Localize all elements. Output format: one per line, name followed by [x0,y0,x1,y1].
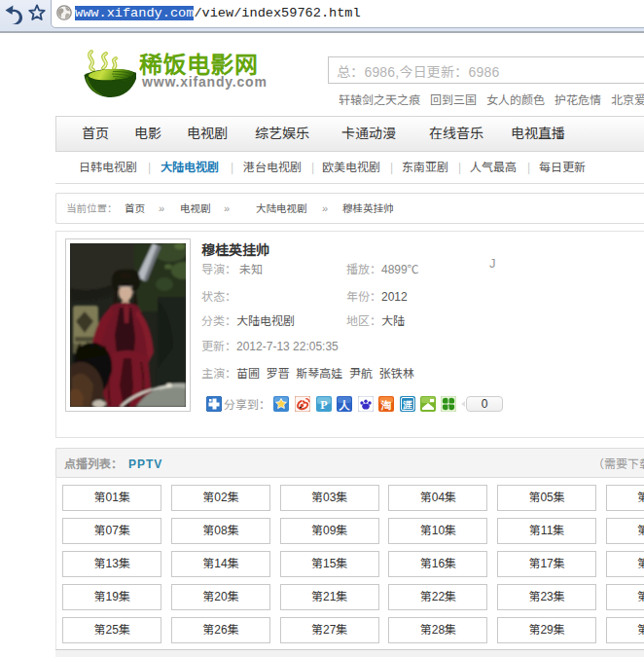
svg-text:涯: 涯 [402,399,412,410]
svg-text:人: 人 [339,399,351,412]
svg-text:P: P [320,398,327,412]
svg-text:淘: 淘 [380,399,392,411]
